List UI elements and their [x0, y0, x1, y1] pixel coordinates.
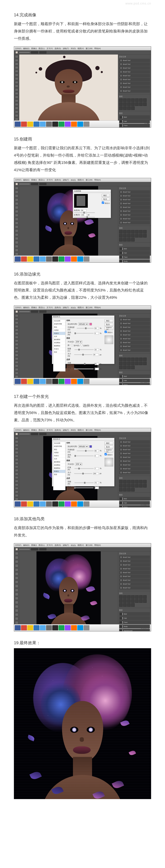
- taskbar-icon[interactable]: [65, 501, 71, 506]
- brush-preset[interactable]: [135, 230, 139, 234]
- brush-preset[interactable]: [123, 362, 127, 365]
- brush-preset[interactable]: [119, 362, 122, 365]
- style-list-item[interactable]: 图案叠加: [53, 467, 65, 470]
- brush-preset[interactable]: [119, 234, 122, 238]
- tool[interactable]: [15, 237, 18, 240]
- brush-preset[interactable]: [123, 480, 127, 484]
- brush-preset[interactable]: [119, 484, 122, 488]
- menu-item[interactable]: 编辑(E): [23, 544, 30, 547]
- history-item[interactable]: Brush Tool: [119, 456, 150, 459]
- choke-slider[interactable]: [75, 349, 93, 350]
- brush-preset[interactable]: [127, 603, 131, 607]
- history-item[interactable]: Brush Tool: [119, 194, 150, 197]
- taskbar-icon[interactable]: [21, 501, 27, 506]
- tool[interactable]: [15, 59, 18, 62]
- tool[interactable]: [15, 218, 18, 220]
- menu-item[interactable]: 编辑(E): [23, 179, 30, 181]
- brush-preset[interactable]: [139, 484, 143, 488]
- tool[interactable]: [15, 347, 18, 349]
- brush-preset[interactable]: [127, 480, 131, 484]
- history-item[interactable]: Brush Tool: [119, 326, 150, 329]
- ok-button[interactable]: 确定: [102, 194, 110, 197]
- brush-preset[interactable]: [131, 106, 135, 110]
- tool[interactable]: [15, 222, 18, 224]
- tool[interactable]: [15, 191, 18, 193]
- jitter-slider[interactable]: [74, 369, 93, 369]
- history-item[interactable]: Brush Tool: [119, 571, 150, 574]
- taskbar-icon[interactable]: [15, 501, 21, 506]
- menu-item[interactable]: 图像(I): [31, 429, 37, 431]
- history-item[interactable]: Brush Tool: [119, 206, 150, 209]
- brush-preset[interactable]: [127, 238, 131, 242]
- brush-preset[interactable]: [143, 480, 146, 484]
- taskbar-icon[interactable]: [27, 501, 33, 506]
- brush-preset[interactable]: [139, 358, 143, 361]
- brush-preset[interactable]: [127, 230, 131, 234]
- history-item[interactable]: Brush Tool: [119, 586, 150, 590]
- menu-item[interactable]: 滤镜(T): [63, 306, 69, 309]
- brush-preset[interactable]: [127, 595, 131, 599]
- tool[interactable]: [15, 458, 18, 461]
- brush-preset[interactable]: [135, 480, 139, 484]
- motion-blur-dialog[interactable]: 动感模糊 角度(A): 距离(D): px 确定 取消 预览(V): [73, 190, 111, 218]
- tool[interactable]: [15, 85, 18, 87]
- layer-style-dialog[interactable]: 图层样式 混合选项斜面和浮雕描边内阴影内发光光泽颜色叠加渐变叠加图案叠加外发光投…: [52, 315, 114, 364]
- layer-item[interactable]: Hair: [119, 616, 150, 620]
- brush-preset[interactable]: [135, 595, 139, 599]
- brush-preset[interactable]: [143, 358, 146, 361]
- tool[interactable]: [15, 336, 18, 339]
- brush-preset[interactable]: [135, 358, 139, 361]
- brush-preset[interactable]: [123, 102, 127, 106]
- brush-preset[interactable]: [119, 595, 122, 599]
- taskbar-icon[interactable]: [33, 256, 39, 261]
- tool[interactable]: [15, 210, 18, 213]
- brush-preset[interactable]: [123, 238, 127, 242]
- tool[interactable]: [15, 329, 18, 332]
- brush-preset[interactable]: [119, 603, 122, 607]
- menu-item[interactable]: 滤镜(T): [63, 47, 69, 50]
- brush-preset[interactable]: [135, 98, 139, 102]
- tool[interactable]: [15, 617, 18, 620]
- brush-preset[interactable]: [135, 599, 139, 603]
- menu-item[interactable]: 图层(L): [38, 544, 45, 547]
- tool[interactable]: [15, 491, 18, 493]
- brush-preset[interactable]: [131, 234, 135, 238]
- tool[interactable]: [15, 466, 18, 468]
- brush-preset[interactable]: [127, 358, 131, 361]
- tool[interactable]: [15, 241, 18, 244]
- style-list-item[interactable]: 外发光: [53, 347, 65, 351]
- menu-item[interactable]: 图像(I): [31, 544, 37, 547]
- tool[interactable]: [15, 621, 18, 624]
- menu-item[interactable]: 视图(V): [78, 306, 84, 309]
- size-slider[interactable]: [74, 354, 92, 355]
- jitter-slider[interactable]: [74, 488, 93, 488]
- taskbar-icon[interactable]: [21, 379, 27, 384]
- menu-item[interactable]: 选择(S): [55, 306, 61, 309]
- style-list-item[interactable]: 渐变叠加: [53, 464, 65, 467]
- history-item[interactable]: Brush Tool: [119, 202, 150, 205]
- menu-item[interactable]: 编辑(E): [23, 429, 30, 431]
- technique-select[interactable]: 柔和: [75, 340, 82, 343]
- brush-preset[interactable]: [119, 238, 122, 242]
- menu-item[interactable]: 选择(S): [55, 179, 61, 181]
- preview-checkbox[interactable]: 预览(V): [105, 331, 113, 334]
- taskbar-icon[interactable]: [65, 379, 71, 384]
- taskbar-icon[interactable]: [71, 501, 77, 506]
- taskbar-icon[interactable]: [46, 122, 52, 127]
- brush-preset[interactable]: [143, 230, 146, 234]
- style-list-item[interactable]: 内阴影: [53, 451, 65, 454]
- layer-item[interactable]: Hair: [119, 251, 150, 255]
- history-item[interactable]: Brush Tool: [119, 213, 150, 217]
- style-list-item[interactable]: 投影: [53, 473, 65, 476]
- brush-preset[interactable]: [139, 98, 143, 102]
- tool[interactable]: [15, 354, 18, 356]
- history-item[interactable]: Brush Tool: [119, 459, 150, 463]
- preview-checkbox[interactable]: 预览(V): [102, 202, 110, 205]
- taskbar-icon[interactable]: [77, 379, 83, 384]
- tool[interactable]: [15, 447, 18, 450]
- history-item[interactable]: Brush Tool: [119, 198, 150, 202]
- taskbar-icon[interactable]: [58, 122, 64, 127]
- taskbar-icon[interactable]: [40, 379, 46, 384]
- menu-item[interactable]: 窗口(W): [86, 47, 92, 50]
- style-list-item[interactable]: 内发光: [53, 454, 65, 458]
